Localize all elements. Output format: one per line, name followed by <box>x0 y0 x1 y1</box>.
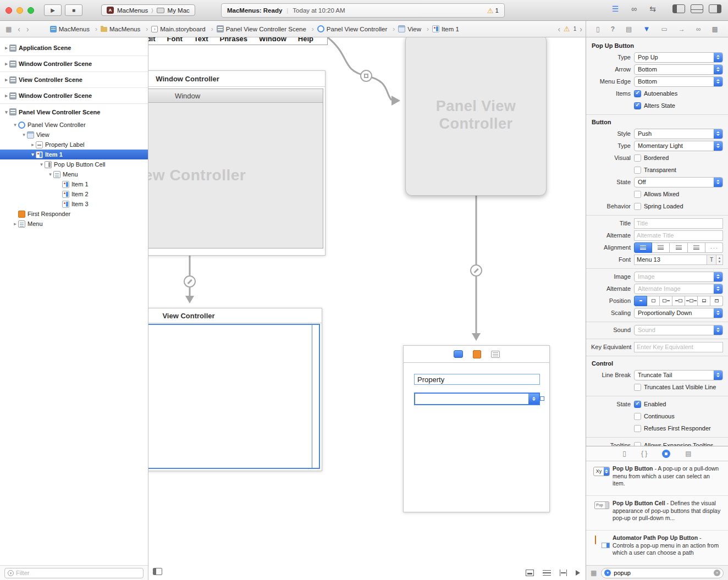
menu-item-edit[interactable]: Edit <box>148 37 156 43</box>
refuses-first-responder-checkbox[interactable] <box>634 425 641 432</box>
attributes-inspector-icon[interactable]: ▼ <box>643 25 650 33</box>
disclosure-triangle[interactable]: ▸ <box>30 142 36 147</box>
disclosure-triangle[interactable]: ▸ <box>3 93 9 98</box>
previous-issue-button[interactable]: ‹ <box>558 25 560 34</box>
bordered-checkbox[interactable] <box>634 154 641 162</box>
first-responder-cube-icon[interactable] <box>473 350 481 358</box>
menu-list-icon[interactable] <box>491 351 500 358</box>
toggle-utilities-button[interactable] <box>709 4 721 13</box>
state-popup[interactable]: Off <box>634 177 723 187</box>
toggle-debug-area-button[interactable] <box>691 4 703 13</box>
disclosure-triangle[interactable]: ▾ <box>3 109 9 115</box>
alters-state-checkbox[interactable] <box>634 102 641 109</box>
outline-application-scene[interactable]: ▸Application Scene <box>0 40 148 56</box>
disclosure-triangle[interactable]: ▸ <box>3 77 9 82</box>
outline-panel-view-controller-scene[interactable]: ▾Panel View Controller Scene <box>0 104 148 120</box>
menu-item-font[interactable]: Font <box>167 37 183 43</box>
truncates-last-checkbox[interactable] <box>634 384 641 391</box>
back-button[interactable]: ‹ <box>18 25 20 34</box>
library-search-input[interactable] <box>614 570 711 576</box>
position-image-only-segment[interactable] <box>647 296 660 306</box>
size-inspector-icon[interactable]: ▭ <box>661 25 667 33</box>
clear-search-icon[interactable]: × <box>714 570 720 576</box>
toggle-navigator-button[interactable] <box>672 4 685 13</box>
popup-button-selected[interactable] <box>414 393 540 405</box>
segue-well-window-content[interactable] <box>360 70 372 82</box>
disclosure-triangle[interactable]: ▾ <box>38 162 45 167</box>
disclosure-triangle[interactable]: ▸ <box>3 61 9 67</box>
outline-view-controller-scene[interactable]: ▸View Controller Scene <box>0 72 148 88</box>
filter-field[interactable]: ▾ <box>4 568 144 578</box>
enabled-checkbox[interactable] <box>634 401 641 408</box>
position-image-right-segment[interactable] <box>672 296 685 306</box>
library-grid-view-icon[interactable]: ▦ <box>591 569 597 577</box>
media-library-icon[interactable]: ▤ <box>685 450 691 457</box>
view-controller-content[interactable] <box>148 324 320 469</box>
library-item-popup-button-cell[interactable]: Pop Pop Up Button Cell - Defines the vis… <box>586 496 728 531</box>
outline-window-controller-scene-2[interactable]: ▸Window Controller Scene <box>0 88 148 104</box>
warning-icon[interactable]: ⚠ <box>564 25 570 32</box>
view-effects-inspector-icon[interactable]: ▩ <box>712 25 718 33</box>
run-button[interactable]: ▶ <box>44 4 62 16</box>
resize-handle[interactable] <box>540 396 544 401</box>
property-label[interactable]: Property <box>414 374 540 385</box>
spring-loaded-checkbox[interactable] <box>634 203 641 210</box>
image-combo[interactable]: Image <box>634 272 723 282</box>
file-template-library-icon[interactable]: ▯ <box>622 450 626 457</box>
connections-inspector-icon[interactable]: → <box>679 25 685 33</box>
disclosure-triangle[interactable]: ▾ <box>47 172 53 177</box>
object-library-icon[interactable] <box>662 450 670 458</box>
breadcrumb-scene[interactable]: Panel View Controller Scene <box>217 25 317 33</box>
menu-item-help[interactable]: Help <box>298 37 313 43</box>
transparent-checkbox[interactable] <box>634 167 641 174</box>
align-icon[interactable] <box>543 570 551 576</box>
outline-menu-item-2[interactable]: Item 2 <box>0 189 148 199</box>
outline-property-label[interactable]: ▸Property Label <box>0 140 148 150</box>
outline-menu-object[interactable]: ▸Menu <box>0 219 148 229</box>
storyboard-canvas[interactable]: Edit Font Text Phrases Window Help Windo… <box>148 37 586 580</box>
title-field[interactable] <box>634 218 723 229</box>
standard-editor-button[interactable]: ☰ <box>609 4 622 13</box>
autoenables-checkbox[interactable] <box>634 90 641 97</box>
zoom-window-button[interactable] <box>27 7 34 14</box>
issue-badge[interactable]: ⚠ 1 <box>487 7 499 14</box>
breadcrumb-view-controller[interactable]: Panel View Controller <box>317 25 398 33</box>
scheme-selector[interactable]: A MacMenus 〉 My Mac <box>101 4 195 16</box>
outline-menu-item-1[interactable]: Item 1 <box>0 179 148 189</box>
window-object[interactable]: Window View Controller <box>148 89 323 248</box>
arrow-popup[interactable]: Bottom <box>634 64 723 75</box>
outline-menu[interactable]: ▾Menu <box>0 169 148 179</box>
style-popup[interactable]: Push <box>634 129 723 139</box>
related-items-icon[interactable]: ▦ <box>5 25 12 33</box>
outline-panel-view-controller[interactable]: ▾Panel View Controller <box>0 120 148 130</box>
menu-item-window[interactable]: Window <box>259 37 286 43</box>
line-break-popup[interactable]: Truncate Tail <box>634 370 723 380</box>
segue-well-show[interactable] <box>184 275 196 288</box>
outline-item-1-selected[interactable]: ▾Item 1 <box>0 150 148 159</box>
scene-title[interactable]: Window Controller <box>148 71 325 87</box>
breadcrumb-storyboard[interactable]: ›Main.storyboard <box>151 25 216 33</box>
library-search-field[interactable]: ▾ × <box>601 568 724 578</box>
identity-inspector-icon[interactable]: ▤ <box>626 25 632 33</box>
breadcrumb-group[interactable]: MacMenus <box>101 25 151 33</box>
disclosure-triangle[interactable]: ▸ <box>3 45 9 51</box>
menu-item-phrases[interactable]: Phrases <box>219 37 247 43</box>
window-controller-scene[interactable]: Window Controller Window View Controller <box>148 70 326 256</box>
breadcrumb-project[interactable]: MacMenus <box>50 25 101 33</box>
outline-window-controller-scene[interactable]: ▸Window Controller Scene <box>0 56 148 72</box>
key-equivalent-field[interactable] <box>634 342 723 352</box>
outline-first-responder[interactable]: First Responder <box>0 209 148 219</box>
position-image-left-segment[interactable] <box>660 296 672 306</box>
outline-menu-item-3[interactable]: Item 3 <box>0 199 148 209</box>
window-content[interactable]: View Controller <box>148 103 323 248</box>
type-popup[interactable]: Pop Up <box>634 52 723 63</box>
scene-title[interactable]: View Controller <box>148 308 322 323</box>
align-center-segment[interactable] <box>652 242 670 253</box>
close-window-button[interactable] <box>5 7 12 14</box>
disclosure-triangle[interactable]: ▾ <box>30 152 36 157</box>
panel-icon[interactable] <box>454 350 463 358</box>
align-right-segment[interactable] <box>688 242 705 253</box>
continuous-checkbox[interactable] <box>634 413 641 420</box>
breadcrumb-view[interactable]: View <box>398 25 432 33</box>
library-item-automator-popup[interactable]: Automator Path Pop Up Button - Controls … <box>586 531 728 565</box>
